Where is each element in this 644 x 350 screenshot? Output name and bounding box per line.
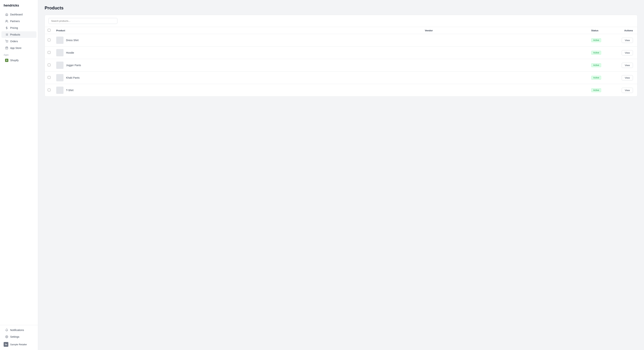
table-row: Dress Shirt Active View <box>45 34 637 46</box>
svg-point-0 <box>6 20 7 21</box>
sidebar-item-label: Orders <box>10 40 18 43</box>
sidebar-item-notifications[interactable]: Notifications <box>2 327 36 333</box>
table-head: Product Vendor Status Actions <box>45 27 637 34</box>
sidebar-item-dashboard[interactable]: Dashboard <box>2 11 36 18</box>
status-badge: Active <box>591 51 601 55</box>
product-cell: Khaki Pants <box>53 72 422 84</box>
actions-cell: View <box>616 34 637 46</box>
row-checkbox[interactable] <box>48 51 50 54</box>
vendor-cell <box>422 59 588 72</box>
status-cell: Active <box>588 72 616 84</box>
product-cell: Dress Shirt <box>53 34 422 46</box>
product-thumbnail <box>56 87 64 94</box>
sidebar-user[interactable]: Sa Sample Retailer <box>0 340 38 349</box>
product-name: Jogger Pants <box>66 64 81 67</box>
product-name: Dress Shirt <box>66 39 78 42</box>
avatar: Sa <box>4 342 8 347</box>
user-name: Sample Retailer <box>10 343 27 346</box>
svg-point-9 <box>8 42 8 42</box>
table-row: Jogger Pants Active View <box>45 59 637 72</box>
sidebar-item-label: Dashboard <box>10 13 23 16</box>
search-bar-wrap <box>45 15 637 27</box>
status-cell: Active <box>588 59 616 72</box>
view-button[interactable]: View <box>622 50 633 55</box>
dollar-icon <box>5 26 8 29</box>
status-badge: Active <box>591 38 601 42</box>
row-checkbox[interactable] <box>48 64 50 66</box>
select-all-checkbox[interactable] <box>48 29 50 31</box>
table-row: Hoodie Active View <box>45 46 637 59</box>
status-cell: Active <box>588 84 616 97</box>
vendor-cell <box>422 84 588 97</box>
status-cell: Active <box>588 46 616 59</box>
app-logo: hendricks <box>0 0 38 10</box>
products-table: Product Vendor Status Actions Dress Shir… <box>45 27 637 96</box>
users-icon <box>5 19 8 23</box>
bell-icon <box>5 329 8 332</box>
table-row: T-Shirt Active View <box>45 84 637 97</box>
main-content: Products Product Vendor Status Actions <box>38 0 644 350</box>
actions-cell: View <box>616 59 637 72</box>
apps-section-label: Apps <box>0 51 38 57</box>
gear-icon <box>5 335 8 339</box>
list-icon <box>5 33 8 36</box>
row-checkbox[interactable] <box>48 89 50 91</box>
sidebar-item-pricing[interactable]: Pricing <box>2 25 36 31</box>
actions-cell: View <box>616 84 637 97</box>
column-actions: Actions <box>616 27 637 34</box>
view-button[interactable]: View <box>622 38 633 43</box>
search-input[interactable] <box>48 18 117 24</box>
product-cell: T-Shirt <box>53 84 422 97</box>
actions-cell: View <box>616 46 637 59</box>
view-button[interactable]: View <box>622 88 633 93</box>
content-area: Products Product Vendor Status Actions <box>38 0 644 350</box>
vendor-cell <box>422 46 588 59</box>
product-cell: Hoodie <box>53 46 422 59</box>
sidebar-item-app-store[interactable]: App Store <box>2 45 36 51</box>
product-name: Hoodie <box>66 51 74 54</box>
sidebar-nav: Dashboard Partners Pricing <box>0 10 38 325</box>
select-all-header <box>45 27 53 34</box>
view-button[interactable]: View <box>622 75 633 80</box>
sidebar-item-products[interactable]: Products <box>2 31 36 38</box>
store-icon <box>5 46 8 50</box>
product-thumbnail <box>56 37 64 44</box>
sidebar-item-label: Pricing <box>10 26 18 29</box>
row-checkbox-cell <box>45 72 53 84</box>
product-thumbnail <box>56 74 64 81</box>
sidebar-item-label: Products <box>10 33 20 36</box>
sidebar-item-label: Notifications <box>10 329 24 332</box>
table-row: Khaki Pants Active View <box>45 72 637 84</box>
sidebar-bottom: Notifications Settings Sa Sample Retaile… <box>0 325 38 350</box>
sidebar-item-orders[interactable]: Orders <box>2 38 36 45</box>
sidebar: hendricks Dashboard Partners <box>0 0 38 350</box>
row-checkbox[interactable] <box>48 39 50 41</box>
product-thumbnail <box>56 49 64 56</box>
product-name: Khaki Pants <box>66 76 80 79</box>
column-status: Status <box>588 27 616 34</box>
column-product: Product <box>53 27 422 34</box>
row-checkbox-cell <box>45 46 53 59</box>
home-icon <box>5 13 8 16</box>
products-table-card: Product Vendor Status Actions Dress Shir… <box>45 15 638 97</box>
vendor-cell <box>422 72 588 84</box>
product-cell: Jogger Pants <box>53 59 422 72</box>
sidebar-item-partners[interactable]: Partners <box>2 18 36 24</box>
view-button[interactable]: View <box>622 63 633 68</box>
row-checkbox[interactable] <box>48 76 50 79</box>
table-body: Dress Shirt Active View Hoodie <box>45 34 637 97</box>
status-cell: Active <box>588 34 616 46</box>
row-checkbox-cell <box>45 59 53 72</box>
status-badge: Active <box>591 88 601 92</box>
vendor-cell <box>422 34 588 46</box>
shopify-icon: S <box>5 59 8 62</box>
status-badge: Active <box>591 76 601 80</box>
actions-cell: View <box>616 72 637 84</box>
svg-point-11 <box>6 337 7 337</box>
cart-icon <box>5 40 8 43</box>
sidebar-item-label: App Store <box>10 46 22 49</box>
column-vendor: Vendor <box>422 27 588 34</box>
row-checkbox-cell <box>45 84 53 97</box>
sidebar-item-settings[interactable]: Settings <box>2 334 36 340</box>
sidebar-item-shopify[interactable]: S Shopify <box>2 57 36 64</box>
